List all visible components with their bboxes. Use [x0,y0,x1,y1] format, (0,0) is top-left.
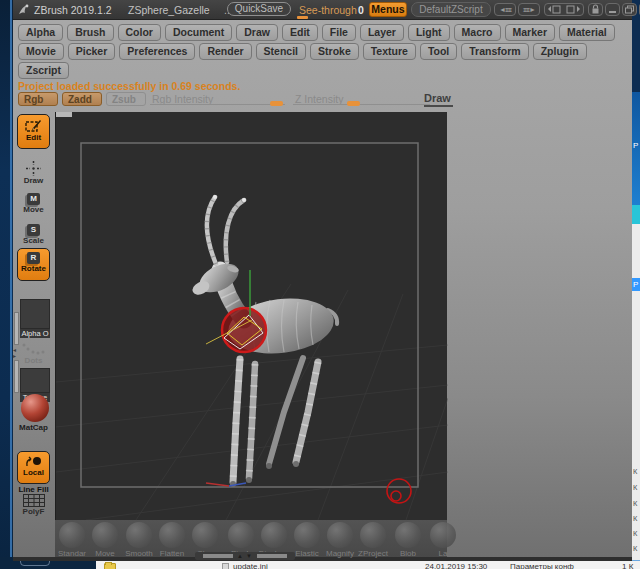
minimize-icon [606,4,619,15]
rgb-intensity-handle[interactable] [270,101,283,106]
brush-thumb-elastic[interactable] [294,522,320,548]
menu-light[interactable]: Light [408,24,450,41]
restore-icon [623,4,636,15]
floor-axis-marks [206,483,246,486]
tray-scroll-bar-right[interactable] [257,554,287,558]
z-intensity-track[interactable] [293,104,430,105]
menu-brush[interactable]: Brush [67,24,113,41]
rotate-mode-button[interactable]: R Rotate [17,248,50,281]
brush-thumb-flatten[interactable] [159,522,185,548]
menu-picker[interactable]: Picker [68,43,116,60]
menu-stroke[interactable]: Stroke [310,43,359,60]
rgb-intensity-track[interactable] [150,104,285,105]
edit-label: Edit [18,133,49,142]
explorer-selected-row[interactable]: P [632,278,640,291]
draw-size-slider[interactable]: Draw [424,92,453,107]
right-tray-toggle-icon[interactable]: ɪɪɪɪ► [518,3,540,16]
menu-layer[interactable]: Layer [360,24,404,41]
brush-thumb-move[interactable] [92,522,118,548]
move-icon: M [27,193,40,205]
matcap-thumbnail[interactable] [21,394,49,422]
brush-thumb-standard[interactable] [59,522,85,548]
folder-icon[interactable] [104,563,116,569]
desktop-left-highlight [10,0,12,569]
brush-thumb-layer[interactable] [430,522,456,548]
explorer-size-letter: К [633,545,640,553]
edit-button[interactable]: Edit [17,114,50,149]
menu-macro[interactable]: Macro [454,24,501,41]
tray-scrollbar[interactable]: ▲ ▼ [195,552,295,560]
quicksave-button[interactable]: QuickSave [227,2,291,16]
menu-render[interactable]: Render [199,43,251,60]
menu-tool[interactable]: Tool [420,43,457,60]
zbrush-logo-icon [16,3,30,17]
left-tray-handle-arrows[interactable]: ◂▸ [13,347,16,359]
tray-scroll-up-icon[interactable]: ▲ [237,552,243,560]
menu-zscript[interactable]: Zscript [18,62,69,79]
brush-thumb-blob[interactable] [395,522,421,548]
dots-stroke-icon [22,343,46,356]
scale-mode-button[interactable]: S Scale [17,224,50,245]
explorer-file-type: Параметры конф [510,562,574,569]
scale-label: Scale [17,236,50,245]
move-mode-button[interactable]: M Move [17,193,50,214]
ini-file-icon[interactable] [222,563,229,569]
polyframe-grid-icon [23,494,45,507]
menu-color[interactable]: Color [118,24,161,41]
left-tray-handle-top[interactable] [14,312,19,345]
menu-zplugin[interactable]: Zplugin [533,43,587,60]
default-zscript-button[interactable]: DefaultZScript [411,2,491,17]
scale-icon: S [27,224,40,236]
palette-dock-icons[interactable] [544,3,584,16]
brush-thumb-magnify[interactable] [327,522,353,548]
polyframe-button[interactable]: PolyF [17,494,50,516]
move-label: Move [17,205,50,214]
brush-thumb-zproject[interactable] [360,522,386,548]
zsub-toggle[interactable]: Zsub [106,92,146,106]
rgb-toggle[interactable]: Rgb [18,92,58,106]
zadd-toggle[interactable]: Zadd [62,92,102,106]
left-tray-toggle-icon[interactable]: ◄ɪɪɪɪ [494,3,516,16]
menu-marker[interactable]: Marker [505,24,555,41]
active-zsphere[interactable] [206,308,266,352]
zsphere-gazelle-model [56,112,448,520]
canvas-corner-tab[interactable] [56,112,72,117]
menu-movie[interactable]: Movie [18,43,64,60]
title-bar: ZBrush 2019.1.2 ZSphere_Gazelle .. • Fre… [13,0,632,20]
menu-row-3: Zscript [18,62,69,79]
menu-preferences[interactable]: Preferences [119,43,195,60]
local-symmetry-button[interactable]: Local [17,451,50,484]
menus-button[interactable]: Menus [369,2,407,17]
brush-thumb-smooth[interactable] [126,522,152,548]
menu-alpha[interactable]: Alpha [18,24,63,41]
see-through-slider[interactable] [297,16,308,19]
menu-texture[interactable]: Texture [363,43,416,60]
minimize-button[interactable] [605,3,620,16]
menu-draw[interactable]: Draw [236,24,278,41]
draw-crosshair-icon [26,161,41,176]
draw-mode-button[interactable]: Draw [17,161,50,185]
z-intensity-handle[interactable] [347,101,360,106]
brush-thumb-clay[interactable] [192,522,218,548]
menu-transform[interactable]: Transform [461,43,528,60]
explorer-file-name[interactable]: update.ini [233,562,268,569]
stroke-type-button[interactable]: Dots [17,343,50,365]
menu-material[interactable]: Material [559,24,615,41]
brush-thumb-displace[interactable] [261,522,287,548]
lock-button[interactable] [588,3,603,16]
tray-scroll-bar-left[interactable] [203,554,233,558]
alpha-thumbnail[interactable] [20,299,50,329]
menu-row-1: Alpha Brush Color Document Draw Edit Fil… [18,24,615,41]
texture-thumbnail[interactable] [20,368,50,393]
restore-button[interactable] [622,3,637,16]
menu-file[interactable]: File [322,24,356,41]
menu-stencil[interactable]: Stencil [256,43,306,60]
viewport-canvas[interactable] [55,112,447,520]
right-edge-cyan-band [632,205,640,224]
menu-edit[interactable]: Edit [282,24,318,41]
explorer-size-letter: К [633,500,640,508]
tray-scroll-down-icon[interactable]: ▼ [246,552,252,560]
see-through-value: 0 [358,4,364,16]
brush-thumb-pinch[interactable] [228,522,254,548]
menu-document[interactable]: Document [165,24,232,41]
